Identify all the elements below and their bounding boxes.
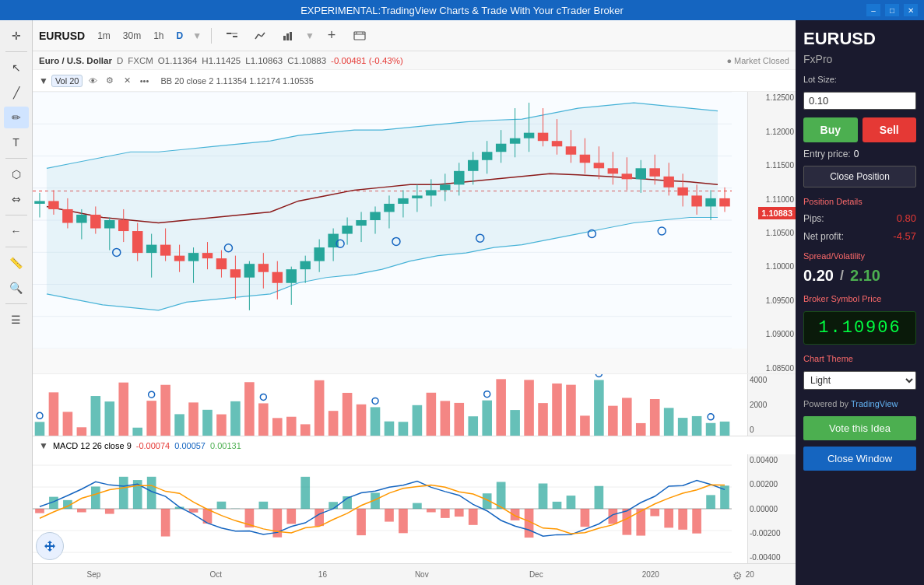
indicator-toggle[interactable]: ▼ (39, 75, 48, 86)
volume-scale: 4000 2000 0 (747, 374, 796, 436)
price-scale: 1.12500 1.12000 1.11500 1.11000 1.10883 … (747, 92, 796, 373)
crosshair-tool[interactable]: ✛ (4, 25, 29, 47)
net-profit-row: Net profit: -4.57 (803, 230, 916, 242)
add-indicator-btn[interactable]: + (321, 25, 343, 47)
svg-rect-6 (283, 36, 286, 40)
zoom-reset-btn[interactable] (36, 532, 64, 560)
macd-toggle[interactable]: ▼ (39, 440, 48, 451)
powered-by-label: Powered by (803, 399, 848, 408)
pips-row: Pips: 0.80 (803, 212, 916, 224)
indicator-remove-btn[interactable]: ✕ (120, 74, 134, 88)
indicator-eye-btn[interactable]: 👁 (86, 74, 100, 88)
time-2020: 2020 (642, 570, 659, 579)
macd-area: 0.00400 0.00200 0.00000 -0.00200 -0.0040… (33, 454, 796, 563)
volume-canvas (33, 374, 780, 436)
measure-tool[interactable]: ⇔ (4, 188, 29, 210)
minimize-button[interactable]: – (866, 4, 880, 16)
close-button[interactable]: ✕ (904, 4, 918, 16)
text-tool[interactable]: T (4, 131, 29, 153)
vote-button[interactable]: Vote this Idea (803, 416, 916, 440)
tf-dropdown-icon: ▼ (192, 30, 202, 41)
macd-val1: -0.00074 (136, 441, 170, 450)
toolbar-divider-1 (211, 28, 212, 44)
ohlc-open: O1.11364 (158, 56, 198, 65)
close-position-button[interactable]: Close Position (803, 166, 916, 187)
close-window-button[interactable]: Close Window (803, 447, 916, 471)
cursor-tool[interactable]: ↖ (4, 57, 29, 79)
chart-area: EURUSD 1m 30m 1h D ▼ ▼ + Euro / U.S. (33, 20, 796, 585)
price-1.11000: 1.11000 (766, 194, 794, 203)
timeframe-1h[interactable]: 1h (150, 29, 167, 43)
chart-theme-select[interactable]: Light Dark (803, 371, 916, 390)
pips-label: Pips: (803, 213, 824, 224)
entry-price-value: 0 (854, 149, 859, 159)
magnet-tool[interactable]: ← (4, 220, 29, 242)
chart-toolbar: EURUSD 1m 30m 1h D ▼ ▼ + (33, 20, 796, 51)
macd-scale-neg1: -0.00200 (750, 529, 794, 538)
price-1.09500: 1.09500 (766, 296, 794, 304)
chart-type-btn[interactable] (277, 25, 299, 47)
vol-scale-mid: 2000 (750, 401, 794, 409)
ohlc-low: L1.10863 (245, 56, 283, 65)
indicator-more-btn[interactable]: ••• (137, 74, 151, 88)
spread-vol-label: Spread/Volatility (803, 251, 916, 261)
time-settings-icon[interactable]: ⚙ (733, 569, 743, 582)
tradingview-link[interactable]: TradingView (851, 399, 898, 408)
lot-size-input[interactable] (803, 92, 916, 110)
buy-button[interactable]: Buy (803, 117, 858, 142)
main-layout: ✛ ↖ ╱ ✏ T ⬡ ⇔ ← 📏 🔍 ☰ EURUSD 1m 30m 1h D… (0, 20, 924, 585)
macd-scale-top: 0.00400 (750, 456, 794, 464)
timeframe-30m[interactable]: 30m (120, 29, 144, 43)
time-oct: Oct (209, 570, 222, 579)
indicator-settings-btn[interactable]: ⚙ (103, 74, 117, 88)
price-1.12500: 1.12500 (766, 93, 794, 102)
compare-tool[interactable] (221, 25, 243, 47)
market-status: ● Market Closed (726, 56, 789, 65)
main-chart-wrapper[interactable]: 1.12500 1.12000 1.11500 1.11000 1.10883 … (33, 92, 796, 373)
trend-line-tool[interactable]: ╱ (4, 82, 29, 103)
entry-price-row: Entry price: 0 (803, 149, 916, 159)
timeframe-D[interactable]: D (174, 29, 187, 43)
pair-timeframe: D (117, 56, 123, 65)
price-1.09000: 1.09000 (766, 330, 794, 338)
sell-button[interactable]: Sell (863, 117, 917, 142)
rp-broker: FxPro (803, 53, 916, 65)
spread-value: 0.20 (803, 267, 834, 285)
price-1.08500: 1.08500 (766, 363, 794, 372)
watchlist-tool[interactable]: ☰ (4, 309, 29, 331)
time-sep: Sep (86, 570, 100, 579)
broker-price-display: 1.10906 (803, 311, 916, 345)
pattern-tool[interactable]: ⬡ (4, 163, 29, 185)
restore-button[interactable]: □ (885, 4, 899, 16)
svg-rect-1 (233, 36, 237, 37)
zoom-tool[interactable]: 🔍 (4, 277, 29, 299)
toolbar-sep-3 (5, 215, 27, 215)
broker-symbol-price-label: Broker Symbol Price (803, 294, 916, 303)
lot-size-label: Lot Size: (803, 75, 916, 84)
macd-scale-0: 0.00000 (750, 505, 794, 513)
rp-symbol: EURUSD (803, 30, 916, 48)
draw-tool[interactable]: ✏ (4, 107, 29, 128)
macd-scale-bot: -0.00400 (750, 553, 794, 562)
screenshot-btn[interactable] (349, 25, 371, 47)
right-panel: EURUSD FxPro Lot Size: Buy Sell Entry pr… (796, 20, 924, 585)
toolbar-sep-1 (5, 51, 27, 52)
pips-value: 0.80 (897, 212, 916, 224)
symbol-label: EURUSD (39, 30, 85, 42)
price-1.10000: 1.10000 (766, 262, 794, 271)
volume-area: 4000 2000 0 (33, 373, 796, 436)
window-controls[interactable]: – □ ✕ (866, 4, 918, 16)
buy-sell-row: Buy Sell (803, 117, 916, 142)
macd-label: MACD 12 26 close 9 (53, 441, 132, 450)
indicator-bar: ▼ Vol 20 👁 ⚙ ✕ ••• BB 20 close 2 1.11354… (33, 70, 796, 92)
ruler-tool[interactable]: 📏 (4, 252, 29, 274)
time-16: 16 (318, 570, 327, 579)
svg-rect-8 (290, 32, 292, 40)
timeframe-1m[interactable]: 1m (94, 29, 114, 43)
title-bar: EXPERIMENTAL:TradingView Charts & Trade … (0, 0, 924, 20)
indicators-btn[interactable] (249, 25, 271, 47)
chart-theme-label: Chart Theme (803, 354, 916, 363)
time-nov: Nov (415, 570, 429, 579)
macd-canvas (33, 454, 780, 563)
current-price-tag: 1.10883 (758, 207, 796, 219)
